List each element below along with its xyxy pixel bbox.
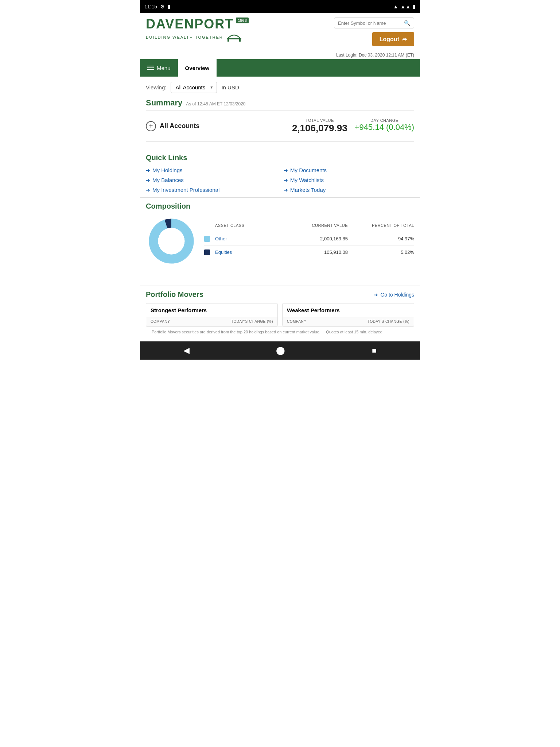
color-swatch-other (204, 236, 215, 242)
battery-icon: ▮ (168, 4, 171, 9)
logout-button[interactable]: Logout ➦ (372, 32, 414, 46)
composition-table: ASSET CLASS CURRENT VALUE PERCENT OF TOT… (204, 223, 414, 259)
arrow-icon: ➜ (284, 177, 288, 183)
arrow-icon: ➜ (146, 167, 150, 173)
equities-value: 105,910.08 (281, 249, 348, 255)
go-to-holdings-link[interactable]: ➜ Go to Holdings (374, 292, 414, 298)
composition-body: ASSET CLASS CURRENT VALUE PERCENT OF TOT… (146, 216, 414, 267)
quick-links-section: Quick Links ➜ My Holdings ➜ My Documents… (140, 149, 420, 197)
composition-section: Composition ASSET CLASS CURRENT VALUE PE… (140, 197, 420, 271)
arrow-icon: ➜ (284, 187, 288, 193)
equities-percent: 5.02% (348, 249, 414, 255)
logo-tagline: BUILDING WEALTH TOGETHER (146, 35, 223, 39)
account-label: All Accounts (160, 122, 199, 130)
other-percent: 94.97% (348, 236, 414, 241)
svg-rect-2 (239, 39, 241, 42)
expand-button[interactable]: + (146, 121, 156, 131)
battery-full-icon: ▮ (413, 4, 416, 9)
total-value-col: TOTAL VALUE 2,106,079.93 (292, 118, 347, 134)
asset-equities-link[interactable]: Equities (215, 249, 281, 255)
color-swatch-equities (204, 249, 215, 255)
viewing-label: Viewing: (146, 84, 166, 90)
asset-other-link[interactable]: Other (215, 236, 281, 241)
currency-label: In USD (221, 84, 239, 90)
strongest-table-header: COMPANY TODAY'S CHANGE (%) (146, 317, 277, 326)
quick-link-balances[interactable]: ➜ My Balances (146, 177, 276, 183)
viewing-row: Viewing: All Accounts In USD (140, 77, 420, 98)
quick-links-title: Quick Links (146, 154, 414, 162)
portfolio-header: Portfolio Movers ➜ Go to Holdings (146, 290, 414, 299)
menu-button[interactable]: Menu (140, 59, 178, 77)
header-right: 🔍 Logout ➦ (334, 18, 414, 46)
account-values: TOTAL VALUE 2,106,079.93 DAY CHANGE +945… (292, 118, 414, 134)
last-login: Last Login: Dec 03, 2020 12:11 AM (ET) (140, 51, 420, 59)
svg-rect-1 (228, 39, 229, 42)
accounts-select[interactable]: All Accounts (171, 82, 217, 93)
quick-link-documents[interactable]: ➜ My Documents (284, 167, 414, 173)
settings-icon: ⚙ (160, 4, 165, 9)
arrow-icon: ➜ (146, 187, 150, 193)
percent-header: PERCENT OF TOTAL (348, 223, 414, 228)
summary-as-of: As of 12:45 AM ET 12/03/2020 (186, 101, 245, 107)
strongest-title: Strongest Performers (146, 303, 277, 317)
hamburger-icon (147, 66, 154, 70)
quick-link-watchlists[interactable]: ➜ My Watchlists (284, 177, 414, 183)
portfolio-movers-section: Portfolio Movers ➜ Go to Holdings Strong… (140, 286, 420, 341)
menu-label: Menu (157, 65, 171, 71)
overview-tab[interactable]: Overview (178, 59, 217, 77)
home-button[interactable]: ⬤ (276, 346, 285, 355)
strongest-performers-card: Strongest Performers COMPANY TODAY'S CHA… (146, 303, 278, 326)
quick-link-holdings[interactable]: ➜ My Holdings (146, 167, 276, 173)
disclaimer-text: Portfolio Movers securities are derived … (152, 330, 320, 334)
total-value-label: TOTAL VALUE (292, 118, 347, 123)
quick-links-grid: ➜ My Holdings ➜ My Documents ➜ My Balanc… (146, 167, 414, 193)
spacer (140, 271, 420, 286)
quick-link-investment-professional-label: My Investment Professional (152, 187, 219, 193)
recents-button[interactable]: ■ (372, 346, 377, 355)
comp-row-equities: Equities 105,910.08 5.02% (204, 246, 414, 259)
current-value-header: CURRENT VALUE (281, 223, 348, 228)
donut-chart (146, 216, 197, 267)
change-header-weakest: TODAY'S CHANGE (%) (348, 320, 409, 324)
go-to-holdings-arrow: ➜ (374, 292, 378, 298)
disclaimer-right: Quotes at least 15 min. delayed (326, 330, 382, 334)
summary-title: Summary As of 12:45 AM ET 12/03/2020 (146, 98, 414, 108)
status-right: ▲ ▲▲ ▮ (393, 4, 416, 9)
summary-bottom-divider (146, 141, 414, 142)
account-name: + All Accounts (146, 121, 199, 131)
quick-link-markets-today[interactable]: ➜ Markets Today (284, 187, 414, 193)
company-header-weakest: COMPANY (287, 320, 348, 324)
summary-section: Summary As of 12:45 AM ET 12/03/2020 + A… (140, 98, 420, 149)
logout-arrow-icon: ➦ (402, 36, 407, 43)
search-box[interactable]: 🔍 (334, 18, 414, 28)
svg-rect-0 (227, 38, 241, 39)
header: DAVENPORT 1863 BUILDING WEALTH TOGETHER … (140, 13, 420, 51)
status-left: 11:15 ⚙ ▮ (144, 4, 171, 9)
change-header-strongest: TODAY'S CHANGE (%) (212, 320, 273, 324)
search-icon: 🔍 (404, 20, 410, 26)
logo-name: DAVENPORT (146, 18, 234, 31)
back-button[interactable]: ◀ (183, 346, 190, 355)
accounts-selector-wrapper[interactable]: All Accounts (171, 82, 217, 93)
search-input[interactable] (338, 20, 404, 26)
donut-hole (158, 228, 185, 255)
go-to-holdings-label: Go to Holdings (380, 292, 414, 298)
logo-section: DAVENPORT 1863 BUILDING WEALTH TOGETHER (146, 18, 249, 42)
other-value: 2,000,169.85 (281, 236, 348, 241)
bottom-nav: ◀ ⬤ ■ (140, 341, 420, 360)
arrow-icon: ➜ (146, 177, 150, 183)
weakest-performers-card: Weakest Performers COMPANY TODAY'S CHANG… (282, 303, 414, 326)
donut-svg (146, 216, 197, 267)
company-header-strongest: COMPANY (151, 320, 212, 324)
logo-badge: 1863 (236, 18, 248, 23)
status-bar: 11:15 ⚙ ▮ ▲ ▲▲ ▮ (140, 0, 420, 13)
quick-link-investment-professional[interactable]: ➜ My Investment Professional (146, 187, 276, 193)
quick-link-holdings-label: My Holdings (152, 167, 183, 173)
weakest-title: Weakest Performers (283, 303, 414, 317)
quick-link-watchlists-label: My Watchlists (290, 177, 324, 183)
comp-table-header: ASSET CLASS CURRENT VALUE PERCENT OF TOT… (204, 223, 414, 230)
total-value-number: 2,106,079.93 (292, 123, 347, 134)
summary-heading: Summary (146, 98, 182, 108)
nav-bar: Menu Overview (140, 59, 420, 77)
overview-tab-label: Overview (185, 65, 210, 71)
